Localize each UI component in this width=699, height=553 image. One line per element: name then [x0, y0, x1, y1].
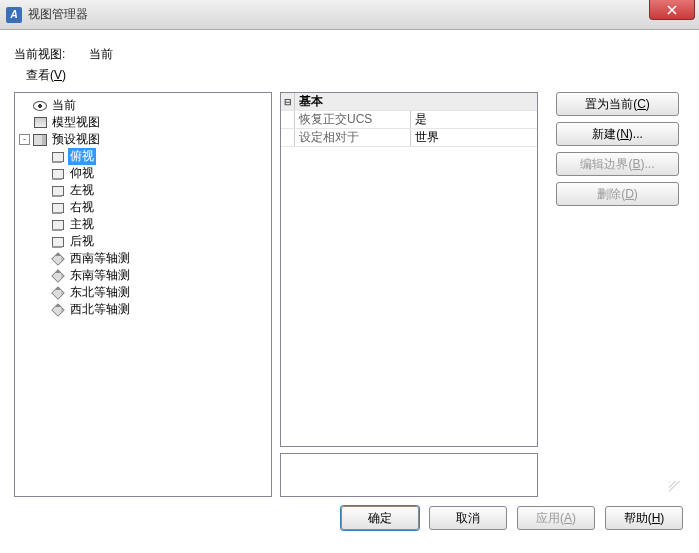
properties-panel: ⊟ 基本 恢复正交UCS是设定相对于世界 — [280, 92, 538, 497]
tree-item[interactable]: -预设视图 — [15, 131, 271, 148]
view-menu[interactable]: 查看(V) — [26, 67, 685, 84]
iso-icon — [50, 269, 66, 283]
view-tree[interactable]: 当前模型视图-预设视图俯视仰视左视右视主视后视西南等轴测东南等轴测东北等轴测西北… — [14, 92, 272, 497]
prop-key: 设定相对于 — [295, 129, 411, 146]
new-button[interactable]: 新建(N)... — [556, 122, 679, 146]
iso-icon — [50, 286, 66, 300]
tree-item[interactable]: 东南等轴测 — [15, 267, 271, 284]
delete-button[interactable]: 删除(D) — [556, 182, 679, 206]
tree-item-label: 东北等轴测 — [68, 284, 132, 301]
ortho-icon — [50, 201, 66, 215]
tree-item-label: 西南等轴测 — [68, 250, 132, 267]
tree-item-label: 预设视图 — [50, 131, 102, 148]
preset-icon — [32, 133, 48, 147]
prop-row[interactable]: 设定相对于世界 — [281, 129, 537, 147]
properties-table[interactable]: ⊟ 基本 恢复正交UCS是设定相对于世界 — [280, 92, 538, 447]
close-icon — [667, 5, 677, 15]
collapse-icon[interactable]: ⊟ — [281, 93, 295, 110]
current-view-value: 当前 — [89, 46, 113, 63]
tree-item-label: 主视 — [68, 216, 96, 233]
dialog-footer: 确定 取消 应用(A) 帮助(H) — [0, 497, 699, 539]
tree-item-label: 仰视 — [68, 165, 96, 182]
tree-item-label: 左视 — [68, 182, 96, 199]
iso-icon — [50, 303, 66, 317]
set-current-button[interactable]: 置为当前(C) — [556, 92, 679, 116]
prop-key: 恢复正交UCS — [295, 111, 411, 128]
resize-grip-icon — [669, 481, 681, 493]
iso-icon — [50, 252, 66, 266]
app-icon: A — [6, 7, 22, 23]
tree-item[interactable]: 西南等轴测 — [15, 250, 271, 267]
tree-item[interactable]: 俯视 — [15, 148, 271, 165]
prop-group-row[interactable]: ⊟ 基本 — [281, 93, 537, 111]
current-view-label: 当前视图: — [14, 46, 65, 63]
ortho-icon — [50, 184, 66, 198]
property-description — [280, 453, 538, 497]
titlebar: A 视图管理器 — [0, 0, 699, 30]
prop-group-label: 基本 — [295, 93, 537, 110]
ortho-icon — [50, 235, 66, 249]
tree-item[interactable]: 当前 — [15, 97, 271, 114]
ok-button[interactable]: 确定 — [341, 506, 419, 530]
ortho-icon — [50, 167, 66, 181]
tree-item-label: 俯视 — [68, 148, 96, 165]
ortho-icon — [50, 150, 66, 164]
window-title: 视图管理器 — [28, 6, 88, 23]
tree-item[interactable]: 仰视 — [15, 165, 271, 182]
tree-item[interactable]: 左视 — [15, 182, 271, 199]
tree-item[interactable]: 右视 — [15, 199, 271, 216]
apply-button[interactable]: 应用(A) — [517, 506, 595, 530]
eye-icon — [32, 99, 48, 113]
tree-item-label: 模型视图 — [50, 114, 102, 131]
ortho-icon — [50, 218, 66, 232]
model-icon — [32, 116, 48, 130]
tree-item[interactable]: 西北等轴测 — [15, 301, 271, 318]
tree-item-label: 当前 — [50, 97, 78, 114]
tree-item-label: 后视 — [68, 233, 96, 250]
prop-row[interactable]: 恢复正交UCS是 — [281, 111, 537, 129]
tree-item[interactable]: 主视 — [15, 216, 271, 233]
expand-toggle[interactable]: - — [19, 134, 30, 145]
tree-item-label: 西北等轴测 — [68, 301, 132, 318]
side-buttons: 置为当前(C) 新建(N)... 编辑边界(B)... 删除(D) — [546, 92, 685, 497]
cancel-button[interactable]: 取消 — [429, 506, 507, 530]
edit-bounds-button[interactable]: 编辑边界(B)... — [556, 152, 679, 176]
tree-item[interactable]: 东北等轴测 — [15, 284, 271, 301]
tree-item[interactable]: 模型视图 — [15, 114, 271, 131]
current-view-row: 当前视图: 当前 — [14, 46, 685, 63]
tree-item[interactable]: 后视 — [15, 233, 271, 250]
prop-value[interactable]: 是 — [411, 111, 537, 128]
tree-item-label: 右视 — [68, 199, 96, 216]
tree-item-label: 东南等轴测 — [68, 267, 132, 284]
prop-value[interactable]: 世界 — [411, 129, 537, 146]
help-button[interactable]: 帮助(H) — [605, 506, 683, 530]
close-button[interactable] — [649, 0, 695, 20]
